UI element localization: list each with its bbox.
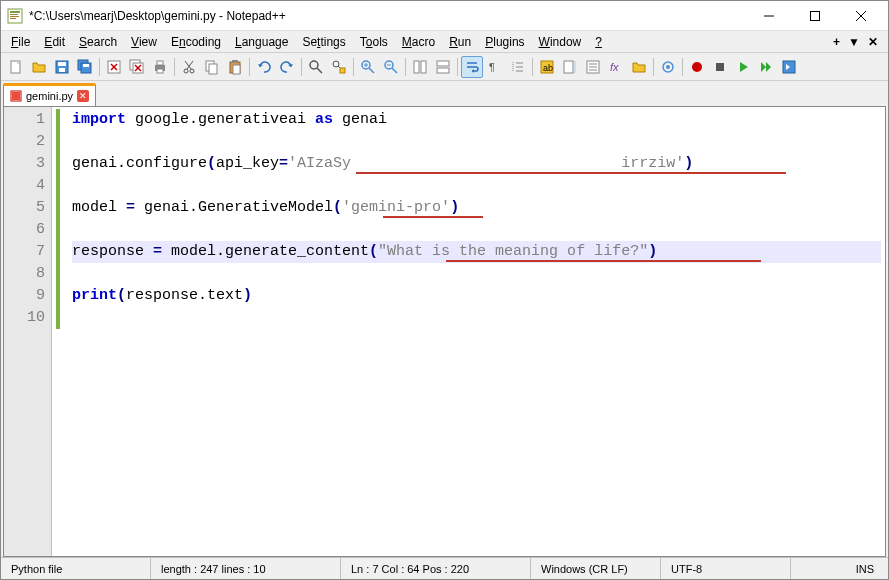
svg-rect-15: [83, 64, 89, 67]
svg-line-45: [392, 68, 397, 73]
tab-gemini[interactable]: gemini.py ✕: [3, 83, 96, 106]
svg-text:ab: ab: [543, 63, 553, 73]
macro-save-button[interactable]: [778, 56, 800, 78]
sync-hscroll-button[interactable]: [432, 56, 454, 78]
menu-macro[interactable]: Macro: [396, 33, 441, 51]
undo-button[interactable]: [253, 56, 275, 78]
menu-settings[interactable]: Settings: [296, 33, 351, 51]
macro-record-button[interactable]: [686, 56, 708, 78]
sync-vscroll-button[interactable]: [409, 56, 431, 78]
status-eol[interactable]: Windows (CR LF): [531, 558, 661, 579]
print-button[interactable]: [149, 56, 171, 78]
change-margin: [52, 107, 68, 556]
maximize-button[interactable]: [792, 1, 838, 31]
titlebar: *C:\Users\mearj\Desktop\gemini.py - Note…: [1, 1, 888, 31]
svg-rect-61: [574, 61, 576, 73]
new-file-button[interactable]: [5, 56, 27, 78]
svg-rect-50: [437, 68, 449, 73]
close-tab-button[interactable]: [103, 56, 125, 78]
status-mode[interactable]: INS: [791, 558, 888, 579]
save-button[interactable]: [51, 56, 73, 78]
doc-map-button[interactable]: [559, 56, 581, 78]
indent-guide-button[interactable]: [507, 56, 529, 78]
tab-close-button[interactable]: ✕: [77, 90, 89, 102]
minimize-button[interactable]: [746, 1, 792, 31]
svg-rect-39: [340, 68, 345, 73]
file-modified-icon: [10, 90, 22, 102]
svg-rect-2: [10, 14, 18, 15]
menu-view[interactable]: View: [125, 33, 163, 51]
menu-plugins[interactable]: Plugins: [479, 33, 530, 51]
svg-rect-60: [564, 61, 573, 73]
tabbar: gemini.py ✕: [1, 81, 888, 106]
svg-rect-73: [12, 92, 20, 100]
statusbar: Python file length : 247 lines : 10 Ln :…: [1, 557, 888, 579]
svg-rect-24: [157, 61, 163, 65]
svg-line-41: [369, 68, 374, 73]
replace-button[interactable]: [328, 56, 350, 78]
status-encoding[interactable]: UTF-8: [661, 558, 791, 579]
status-position: Ln : 7 Col : 64 Pos : 220: [341, 558, 531, 579]
cut-button[interactable]: [178, 56, 200, 78]
menubar: File Edit Search View Encoding Language …: [1, 31, 888, 53]
menubar-x-icon[interactable]: ✕: [868, 35, 878, 49]
svg-rect-70: [716, 63, 724, 71]
doc-list-button[interactable]: [582, 56, 604, 78]
wordwrap-button[interactable]: [461, 56, 483, 78]
close-all-button[interactable]: [126, 56, 148, 78]
monitor-button[interactable]: [657, 56, 679, 78]
svg-point-35: [310, 61, 318, 69]
svg-rect-4: [10, 18, 16, 19]
redo-button[interactable]: [276, 56, 298, 78]
svg-text:¶: ¶: [489, 61, 495, 73]
macro-stop-button[interactable]: [709, 56, 731, 78]
menu-window[interactable]: Window: [533, 33, 588, 51]
svg-rect-6: [811, 11, 820, 20]
svg-rect-33: [232, 60, 238, 63]
folder-workspace-button[interactable]: [628, 56, 650, 78]
close-button[interactable]: [838, 1, 884, 31]
menu-run[interactable]: Run: [443, 33, 477, 51]
zoom-in-button[interactable]: [357, 56, 379, 78]
menu-edit[interactable]: Edit: [38, 33, 71, 51]
svg-line-36: [317, 68, 322, 73]
open-file-button[interactable]: [28, 56, 50, 78]
svg-rect-11: [58, 62, 66, 66]
menu-search[interactable]: Search: [73, 33, 123, 51]
zoom-out-button[interactable]: [380, 56, 402, 78]
copy-button[interactable]: [201, 56, 223, 78]
toolbar: ¶ ab fx: [1, 53, 888, 81]
macro-multi-button[interactable]: [755, 56, 777, 78]
status-length: length : 247 lines : 10: [151, 558, 341, 579]
svg-rect-47: [414, 61, 419, 73]
svg-point-27: [190, 69, 194, 73]
svg-rect-31: [209, 64, 217, 74]
menu-language[interactable]: Language: [229, 33, 294, 51]
find-button[interactable]: [305, 56, 327, 78]
svg-rect-25: [157, 69, 163, 73]
svg-rect-49: [437, 61, 449, 66]
svg-point-26: [184, 69, 188, 73]
app-icon: [7, 8, 23, 24]
menu-encoding[interactable]: Encoding: [165, 33, 227, 51]
code-area[interactable]: import google.generativeai as genaigenai…: [68, 107, 885, 556]
svg-rect-1: [10, 11, 20, 13]
status-filetype: Python file: [1, 558, 151, 579]
lang-define-button[interactable]: ab: [536, 56, 558, 78]
paste-button[interactable]: [224, 56, 246, 78]
svg-rect-3: [10, 16, 19, 17]
svg-point-69: [692, 62, 702, 72]
menubar-plus-icon[interactable]: +: [833, 35, 840, 49]
menu-help[interactable]: ?: [589, 33, 608, 51]
function-list-button[interactable]: fx: [605, 56, 627, 78]
menubar-dropdown-icon[interactable]: ▼: [848, 35, 860, 49]
menu-tools[interactable]: Tools: [354, 33, 394, 51]
tab-label: gemini.py: [26, 90, 73, 102]
save-all-button[interactable]: [74, 56, 96, 78]
svg-rect-48: [421, 61, 426, 73]
macro-play-button[interactable]: [732, 56, 754, 78]
menu-file[interactable]: File: [5, 33, 36, 51]
all-chars-button[interactable]: ¶: [484, 56, 506, 78]
svg-text:fx: fx: [610, 61, 619, 73]
editor[interactable]: 12345678910 import google.generativeai a…: [3, 106, 886, 557]
